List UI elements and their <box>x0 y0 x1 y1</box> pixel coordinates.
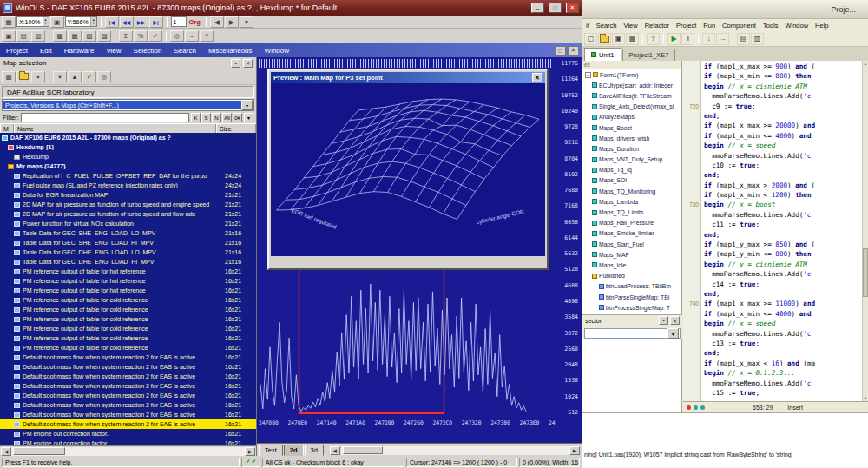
map-row[interactable]: Power function for virtual NOx calculati… <box>0 219 256 228</box>
hexdump-2d-view[interactable]: 1177611264107521024097289216870481927680… <box>257 57 582 456</box>
properties-icon[interactable]: ▪ <box>185 30 199 42</box>
structure-maps-boost[interactable]: Maps_Boost <box>582 122 681 133</box>
structure-maps-lambda[interactable]: Maps_Lambda <box>582 196 681 207</box>
structure-maps-smoke-limiter[interactable]: Maps_Smoke_limiter <box>582 228 681 239</box>
code-line[interactable]: c10 := true; <box>704 161 863 170</box>
code-line[interactable]: mmoParseMemo.Lines.Add('c <box>704 151 863 161</box>
scroll-right-icon[interactable]: ▶ <box>245 447 255 456</box>
code-line[interactable]: end; <box>704 289 863 299</box>
map-row[interactable]: Default soot mass flow when system react… <box>0 400 256 410</box>
map-row[interactable]: Default soot mass flow when system react… <box>0 353 256 362</box>
map-row[interactable]: PM reference output of table for cold re… <box>0 343 256 353</box>
code-line[interactable]: if (map1_x_max < 16) and (ma <box>704 359 863 368</box>
inspector-search-combobox[interactable]: ▾ <box>584 328 681 339</box>
code-line[interactable]: end; <box>704 348 863 358</box>
hex-hscrollbar[interactable]: ◀ ▶ <box>330 445 580 455</box>
code-line[interactable]: end; <box>704 230 863 240</box>
ide-menu-refactor[interactable]: Refactor <box>641 22 673 30</box>
hex-scroll-left-icon[interactable]: ◀ <box>330 446 340 455</box>
map-row[interactable]: PM reference output of table for cold re… <box>0 305 256 314</box>
filter-input[interactable] <box>21 113 189 122</box>
messages-pane[interactable]: ning] Unit1.pas(1920): W1057 Implicit st… <box>582 412 868 468</box>
apply-check-icon[interactable]: ✓ <box>82 71 96 82</box>
column-header-size[interactable]: Size <box>216 124 256 133</box>
window-cascade-icon[interactable]: ▤ <box>16 30 30 42</box>
map-row[interactable]: Default soot mass flow when system react… <box>0 372 256 381</box>
ide-menu-run[interactable]: Run <box>700 22 719 30</box>
code-line[interactable]: begin // x = 0.1.2.3... <box>704 368 863 378</box>
code-line[interactable]: if (map1_x_max >= 900) and ( <box>704 62 863 71</box>
checksum-icon[interactable]: ✓ <box>148 30 162 42</box>
map-row[interactable]: PM reference output of table for hot ref… <box>0 267 256 276</box>
map-row[interactable]: Default soot mass flow when system react… <box>0 419 256 429</box>
save-icon[interactable]: ▣ <box>612 33 625 45</box>
editor-tab-unit1[interactable]: Unit1 <box>584 48 621 61</box>
compare-prev-icon[interactable]: ◀ <box>210 16 224 28</box>
spin-buttons-icon[interactable]: ▲▼ <box>90 17 96 26</box>
code-line[interactable]: c13 := true; <box>704 339 863 348</box>
map-row[interactable]: PM reference output of table for hot ref… <box>0 276 256 286</box>
view-form-icon[interactable]: ▥ <box>751 33 764 45</box>
menu-search[interactable]: Search <box>168 43 202 57</box>
preview-title-bar[interactable]: Preview : Main Map for P3 set point ✕ <box>271 72 545 83</box>
ide-title-bar[interactable]: Proje... <box>582 0 868 19</box>
hex-scroll-track[interactable] <box>341 446 569 455</box>
structure-maps-drivers-wish[interactable]: Maps_drivers_wish <box>582 133 681 143</box>
map-row[interactable]: PM engine out correction factor.16x21 <box>0 438 256 445</box>
code-line[interactable]: if (map1_x_min <= 4000) and <box>704 131 863 141</box>
structure-maps-duration[interactable]: Maps_Duration <box>582 143 681 154</box>
menu-view[interactable]: View <box>100 43 127 57</box>
ide-menu-help[interactable]: Help <box>812 22 832 30</box>
map-row[interactable]: Default soot mass flow when system react… <box>0 391 256 400</box>
code-line[interactable]: c15 := true; <box>704 388 863 398</box>
structure-maps-tq-monitoring[interactable]: Maps_TQ_Monitoring <box>582 186 681 196</box>
ide-menu-window[interactable]: Window <box>781 22 812 30</box>
structure-analyzemaps[interactable]: AnalyzeMaps <box>582 112 681 122</box>
map-row[interactable]: Table Data for GEC_SHE_ENG_LOAD_HI_MPV21… <box>0 238 256 247</box>
spin-buttons-icon[interactable]: ▲▼ <box>43 17 49 26</box>
help-icon[interactable]: ? <box>647 33 660 45</box>
version-field[interactable]: 1 <box>171 16 187 27</box>
nav-prev-icon[interactable]: ◀◀ <box>120 16 134 28</box>
window-new-icon[interactable]: ▣ <box>2 30 16 42</box>
close-button[interactable]: ✕ <box>566 3 579 13</box>
new-map-icon[interactable]: ▦ <box>2 71 16 82</box>
export-maps-icon[interactable]: ▲ <box>68 71 82 82</box>
new-file-icon[interactable]: ▢ <box>584 33 597 45</box>
hex-scroll-right-icon[interactable]: ▶ <box>569 446 580 455</box>
code-line[interactable]: end; <box>704 170 863 180</box>
structure-published[interactable]: Published <box>582 271 681 281</box>
map-row[interactable]: Data for EGR linearization MAP21x21 <box>0 190 256 200</box>
structure-maps-idle[interactable]: Maps_Idle <box>582 260 681 270</box>
spin-down-icon[interactable]: ▼ <box>44 22 48 25</box>
filter-dropdown-icon[interactable]: ▾ <box>244 113 253 122</box>
structure-btnloadprocess-tbitbtn[interactable]: btnLoadProcess: TBitBtn <box>582 281 681 292</box>
filter-k[interactable]: K <box>191 113 201 122</box>
panel-close-icon[interactable]: ✕ <box>243 59 253 68</box>
code-line[interactable]: if (map1_x_max >= 20000) and <box>704 121 863 130</box>
inspector-pin-icon[interactable]: ▪ <box>659 316 668 325</box>
inspector-close-icon[interactable]: ✕ <box>670 316 680 325</box>
code-line[interactable]: mmoParseMemo.Lines.Add('c <box>704 210 863 220</box>
pause-icon[interactable]: ‖ <box>681 33 694 45</box>
help-icon[interactable]: ? <box>200 30 214 42</box>
open-file-icon[interactable] <box>598 33 611 45</box>
preview-close-icon[interactable]: ✕ <box>532 73 542 82</box>
menu-window[interactable]: Window <box>259 43 295 57</box>
save-all-icon[interactable]: ▦ <box>626 33 639 45</box>
view-tab-text[interactable]: Text <box>259 445 283 456</box>
code-line[interactable]: if (map1_y_max >= 850) and ( <box>704 240 863 249</box>
map-row[interactable]: Hexdump <box>0 152 256 161</box>
scroll-track[interactable] <box>11 447 245 456</box>
menu-selection[interactable]: Selection <box>128 43 168 57</box>
view-2d-icon[interactable]: ▧ <box>82 30 96 42</box>
map-row[interactable]: DAF XF106 EUR6 2015 A2L - 87300 maps (Or… <box>0 133 256 142</box>
column-header-m[interactable]: M <box>0 124 14 133</box>
open-folder-icon[interactable] <box>16 71 30 82</box>
column-header-name[interactable]: Name <box>14 124 216 133</box>
code-line[interactable]: if (map1_y_min <= 800) then <box>704 249 863 259</box>
child-close-button[interactable]: ✕ <box>568 46 579 56</box>
code-line[interactable]: if (map1_x_min < 1200) then <box>704 190 863 200</box>
view-3d-icon[interactable]: ▨ <box>97 30 111 42</box>
structure-form1-tform[interactable]: −Form1(TForm) <box>582 69 681 80</box>
